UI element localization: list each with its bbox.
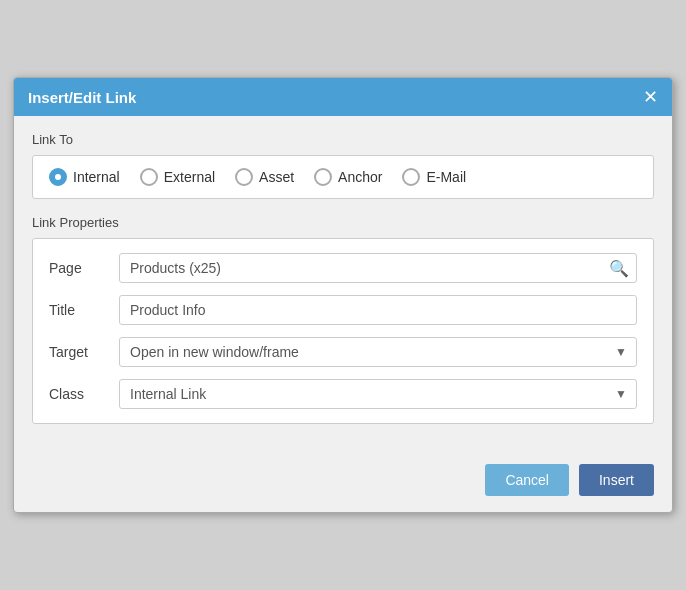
radio-email-label: E-Mail bbox=[426, 169, 466, 185]
dialog-footer: Cancel Insert bbox=[14, 456, 672, 512]
radio-option-anchor[interactable]: Anchor bbox=[314, 168, 382, 186]
radio-external-label: External bbox=[164, 169, 215, 185]
dialog-body: Link To Internal External Asset Anchor E… bbox=[14, 116, 672, 456]
dialog-title: Insert/Edit Link bbox=[28, 89, 136, 106]
page-row: Page 🔍 bbox=[49, 253, 637, 283]
link-to-label: Link To bbox=[32, 132, 654, 147]
cancel-button[interactable]: Cancel bbox=[485, 464, 569, 496]
radio-anchor-label: Anchor bbox=[338, 169, 382, 185]
target-row: Target Open in new window/frame Open in … bbox=[49, 337, 637, 367]
class-select-wrap: Internal Link External Link No Class ▼ bbox=[119, 379, 637, 409]
radio-asset-label: Asset bbox=[259, 169, 294, 185]
radio-option-asset[interactable]: Asset bbox=[235, 168, 294, 186]
title-input-wrap bbox=[119, 295, 637, 325]
insert-button[interactable]: Insert bbox=[579, 464, 654, 496]
target-select-wrap: Open in new window/frame Open in same wi… bbox=[119, 337, 637, 367]
radio-internal-circle bbox=[49, 168, 67, 186]
link-properties-box: Page 🔍 Title Target Open in new window/f… bbox=[32, 238, 654, 424]
title-row: Title bbox=[49, 295, 637, 325]
class-select[interactable]: Internal Link External Link No Class bbox=[119, 379, 637, 409]
radio-external-circle bbox=[140, 168, 158, 186]
class-label: Class bbox=[49, 386, 119, 402]
close-button[interactable]: ✕ bbox=[643, 88, 658, 106]
radio-asset-circle bbox=[235, 168, 253, 186]
page-label: Page bbox=[49, 260, 119, 276]
radio-email-circle bbox=[402, 168, 420, 186]
target-label: Target bbox=[49, 344, 119, 360]
page-input[interactable] bbox=[119, 253, 637, 283]
dialog-header: Insert/Edit Link ✕ bbox=[14, 78, 672, 116]
radio-anchor-circle bbox=[314, 168, 332, 186]
page-input-wrap: 🔍 bbox=[119, 253, 637, 283]
class-row: Class Internal Link External Link No Cla… bbox=[49, 379, 637, 409]
radio-option-external[interactable]: External bbox=[140, 168, 215, 186]
link-to-group: Internal External Asset Anchor E-Mail bbox=[32, 155, 654, 199]
radio-internal-label: Internal bbox=[73, 169, 120, 185]
title-input[interactable] bbox=[119, 295, 637, 325]
title-label: Title bbox=[49, 302, 119, 318]
target-select[interactable]: Open in new window/frame Open in same wi… bbox=[119, 337, 637, 367]
radio-option-internal[interactable]: Internal bbox=[49, 168, 120, 186]
insert-edit-link-dialog: Insert/Edit Link ✕ Link To Internal Exte… bbox=[13, 77, 673, 513]
radio-option-email[interactable]: E-Mail bbox=[402, 168, 466, 186]
search-icon-button[interactable]: 🔍 bbox=[609, 259, 629, 278]
link-properties-label: Link Properties bbox=[32, 215, 654, 230]
